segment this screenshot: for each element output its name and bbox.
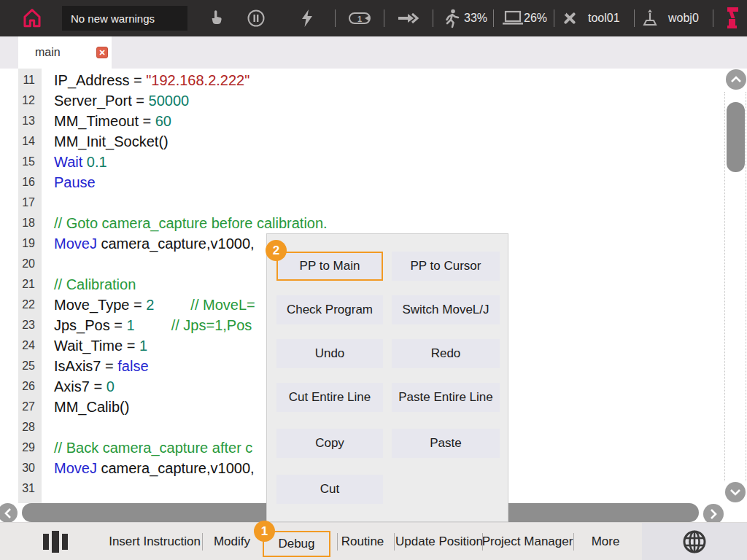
code-text: Move_Type = 2 // MoveL= — [54, 297, 255, 314]
toolbar-item-project-manager[interactable]: Project Manager — [482, 523, 573, 560]
popup-button-undo[interactable]: Undo — [276, 339, 383, 368]
tool-settings-icon[interactable] — [560, 0, 579, 36]
chevron-up-icon — [730, 76, 742, 83]
tab-main[interactable]: main ✕ — [18, 36, 112, 69]
teach-pendant-screen: No new warnings 1 — [0, 0, 747, 560]
popup-button-cut[interactable]: Cut — [276, 475, 383, 504]
run-speed-value: 33% — [464, 0, 487, 36]
line-number: 18 — [0, 217, 42, 230]
code-text: Wait 0.1 — [54, 154, 107, 171]
toolbar-item-more[interactable]: More — [592, 523, 620, 560]
code-text: IP_Address = "192.168.2.222" — [54, 72, 249, 89]
code-text: // Back camera_capture after c — [54, 440, 252, 456]
code-line-17[interactable]: 17 — [0, 192, 729, 213]
top-status-bar: No new warnings 1 — [0, 0, 747, 36]
divider — [335, 9, 336, 27]
line-number: 22 — [0, 298, 42, 311]
toolbar-divider — [394, 533, 395, 551]
tool-name-value: tool01 — [588, 0, 620, 36]
code-line-11[interactable]: 11IP_Address = "192.168.2.222" — [0, 70, 729, 90]
line-number: 15 — [0, 155, 42, 168]
scroll-down-button[interactable] — [725, 482, 746, 502]
code-line-15[interactable]: 15Wait 0.1 — [0, 152, 729, 172]
toolbar-divider — [482, 533, 483, 551]
repeat-1-icon[interactable]: 1 — [347, 0, 372, 36]
popup-button-redo[interactable]: Redo — [392, 339, 500, 368]
toolbar-divider — [337, 533, 338, 551]
divider — [713, 9, 713, 27]
fast-forward-icon[interactable] — [398, 0, 422, 36]
divider — [634, 9, 635, 27]
annotation-badge-2: 2 — [266, 240, 287, 261]
system-percent-value: 26% — [524, 0, 547, 36]
scroll-left-button[interactable] — [0, 503, 18, 523]
code-text: MM_Calib() — [54, 399, 129, 416]
run-speed-icon[interactable] — [443, 0, 460, 36]
divider — [493, 9, 494, 27]
line-number: 11 — [0, 74, 42, 87]
pause-icon[interactable] — [247, 0, 266, 36]
globe-icon[interactable] — [681, 529, 708, 558]
popup-button-pp-to-cursor[interactable]: PP to Cursor — [392, 252, 500, 281]
popup-button-check-program[interactable]: Check Program — [276, 295, 383, 324]
toolbar-item-insert-instruction[interactable]: Insert Instruction — [109, 523, 201, 560]
workobject-icon[interactable] — [640, 0, 659, 36]
divider — [384, 9, 384, 27]
line-number: 12 — [0, 94, 42, 107]
toolbar-item-update-position[interactable]: Update Position — [395, 523, 483, 560]
system-monitor-icon[interactable] — [502, 0, 524, 36]
chevron-left-icon — [4, 508, 12, 519]
code-line-13[interactable]: 13MM_Timeout = 60 — [0, 111, 729, 131]
warning-message-box[interactable]: No new warnings — [62, 6, 187, 31]
line-number: 26 — [0, 380, 42, 393]
tab-bar: main ✕ — [0, 36, 747, 69]
divider — [433, 9, 433, 27]
hand-guide-icon[interactable] — [208, 0, 224, 36]
lightning-icon[interactable] — [301, 0, 314, 36]
line-number: 14 — [0, 135, 42, 148]
code-text: IsAxis7 = false — [54, 358, 149, 375]
toolbar-item-modify[interactable]: Modify — [214, 523, 250, 560]
line-number: 21 — [0, 278, 42, 291]
warning-text: No new warnings — [71, 12, 155, 25]
line-number: 28 — [0, 421, 42, 434]
line-number: 19 — [0, 237, 42, 250]
code-text: MM_Timeout = 60 — [54, 113, 171, 130]
home-icon[interactable] — [20, 0, 44, 36]
repeat-count: 1 — [357, 15, 362, 23]
chevron-right-icon — [710, 508, 717, 520]
popup-button-cut-entire-line[interactable]: Cut Entire Line — [276, 383, 383, 412]
code-line-16[interactable]: 16Pause — [0, 172, 729, 192]
bottom-toolbar: Insert InstructionModifyDebugRoutineUpda… — [0, 522, 747, 560]
toolbar-divider — [202, 533, 203, 551]
toolbar-item-routine[interactable]: Routine — [341, 523, 384, 560]
code-line-18[interactable]: 18// Goto camera_capture before calibrat… — [0, 213, 729, 233]
vertical-scroll-thumb[interactable] — [727, 102, 745, 172]
line-number: 20 — [0, 257, 42, 271]
code-line-12[interactable]: 12Server_Port = 50000 — [0, 90, 729, 111]
popup-button-copy[interactable]: Copy — [276, 429, 383, 458]
code-line-14[interactable]: 14MM_Init_Socket() — [0, 131, 729, 152]
code-text: Pause — [54, 174, 96, 191]
scroll-right-button[interactable] — [703, 504, 724, 524]
line-number: 25 — [0, 359, 42, 373]
tab-close-icon[interactable]: ✕ — [96, 47, 108, 58]
popup-button-paste-entire-line[interactable]: Paste Entire Line — [392, 383, 500, 412]
divider — [554, 9, 554, 27]
popup-button-switch-movel-j[interactable]: Switch MoveL/J — [392, 295, 500, 324]
popup-button-pp-to-main[interactable]: PP to Main — [276, 252, 383, 281]
workobject-value: wobj0 — [668, 0, 699, 36]
code-text: Wait_Time = 1 — [54, 338, 147, 354]
code-text: MM_Init_Socket() — [54, 133, 169, 150]
code-text: // Calibration — [54, 276, 136, 293]
code-text: MoveJ camera_capture,v1000, — [54, 460, 255, 477]
code-text: Axis7 = 0 — [54, 378, 115, 395]
line-number: 30 — [0, 462, 42, 475]
toolbar-divider — [573, 533, 574, 551]
scroll-up-button[interactable] — [726, 69, 746, 90]
popup-button-paste[interactable]: Paste — [392, 429, 500, 458]
line-number: 29 — [0, 441, 42, 454]
tab-title: main — [35, 36, 61, 69]
menu-bars-icon[interactable] — [42, 531, 69, 556]
chevron-down-icon — [729, 489, 741, 496]
